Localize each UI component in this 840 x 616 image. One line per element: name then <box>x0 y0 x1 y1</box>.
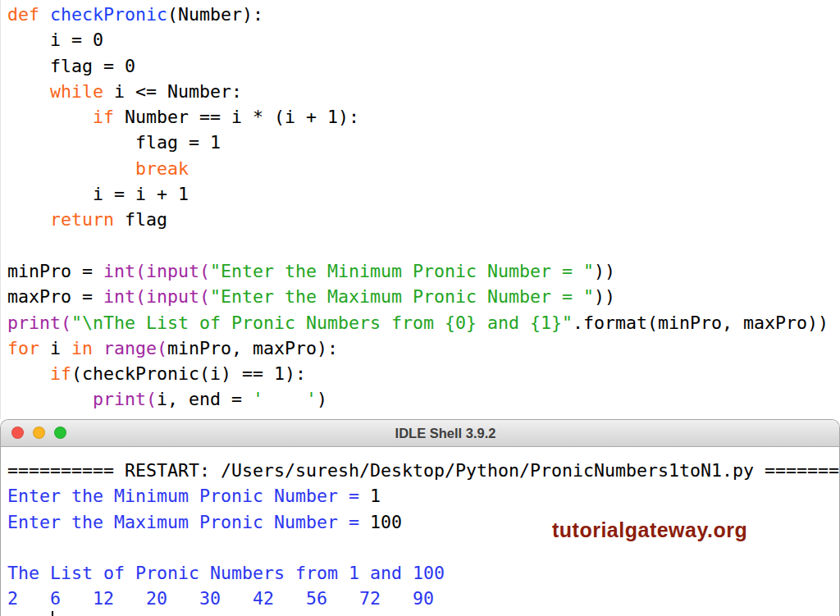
text-cursor <box>52 611 53 616</box>
code-line: maxPro = int(input("Enter the Maximum Pr… <box>7 284 840 309</box>
code-line: print(i, end = ' ') <box>7 386 840 412</box>
shell-line: 2 6 12 20 30 42 56 72 90 <box>7 586 839 611</box>
screen: { "editor": { "language": "python", "lin… <box>0 0 840 616</box>
code-line: if Number == i * (i + 1): <box>7 104 840 130</box>
code-line: print("\nThe List of Pronic Numbers from… <box>7 310 840 335</box>
shell-line: ========== RESTART: /Users/suresh/Deskto… <box>7 458 839 483</box>
code-line: if(checkPronic(i) == 1): <box>7 361 840 386</box>
code-line: break <box>7 156 840 181</box>
code-line: flag = 1 <box>7 130 840 155</box>
code-line: return flag <box>7 207 840 232</box>
code-line: while i <= Number: <box>7 79 840 104</box>
shell-window-title: IDLE Shell 3.9.2 <box>26 420 840 446</box>
close-button[interactable] <box>11 427 24 439</box>
code-line: flag = 0 <box>7 53 840 79</box>
code-line: def checkPronic(Number): <box>7 2 840 27</box>
idle-shell-window: IDLE Shell 3.9.2 ========== RESTART: /Us… <box>0 419 840 616</box>
code-line: minPro = int(input("Enter the Minimum Pr… <box>7 258 840 284</box>
shell-line: Enter the Minimum Pronic Number = 1 <box>7 483 839 509</box>
shell-line: The List of Pronic Numbers from 1 and 10… <box>7 560 839 586</box>
code-editor[interactable]: def checkPronic(Number): i = 0 flag = 0 … <box>0 0 840 419</box>
code-line: i = i + 1 <box>7 181 840 207</box>
watermark-text: tutorialgateway.org <box>552 518 747 542</box>
code-text: def checkPronic(Number): i = 0 flag = 0 … <box>1 0 840 413</box>
shell-output-area[interactable]: ========== RESTART: /Users/suresh/Deskto… <box>1 447 839 616</box>
code-line: for i in range(minPro, maxPro): <box>7 335 840 361</box>
code-line: i = 0 <box>7 27 840 52</box>
code-line <box>7 233 840 258</box>
shell-titlebar[interactable]: IDLE Shell 3.9.2 <box>1 420 839 447</box>
